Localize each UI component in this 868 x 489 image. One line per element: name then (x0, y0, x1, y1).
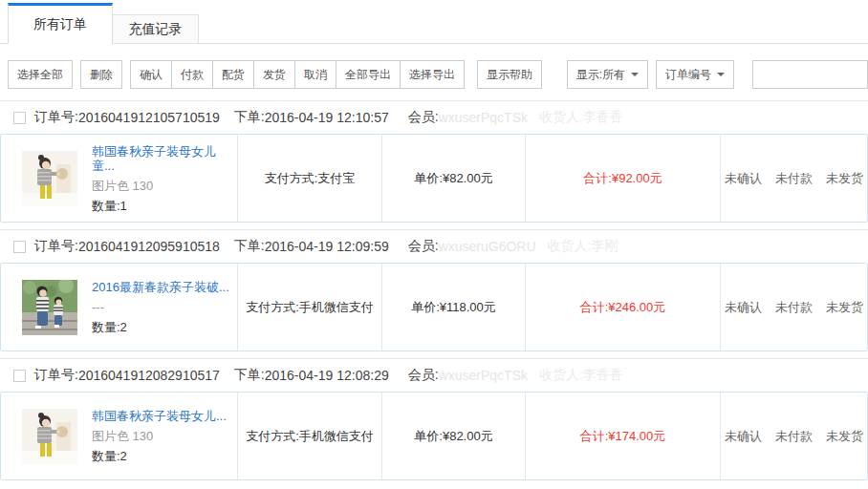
order-block: 订单号:2016041912105710519 下单:2016-04-19 12… (0, 100, 868, 229)
product-cell: 韩国春秋亲子装母女儿... 图片色 130 数量:2 (1, 393, 238, 479)
product-info: 韩国春秋亲子装母女儿... 图片色 130 数量:2 (92, 409, 227, 463)
order-card: 2016最新春款亲子装破... --- 数量:2 支付方式:手机微信支付 单价:… (0, 263, 868, 351)
order-list: 订单号:2016041912105710519 下单:2016-04-19 12… (0, 100, 868, 487)
display-filter-label: 显示:所有 (576, 67, 625, 83)
total-price-cell: 合计:¥246.00元 (526, 264, 721, 351)
product-title-link[interactable]: 韩国春秋亲子装母女儿童... (92, 144, 237, 173)
placed-label: 下单: (234, 109, 265, 126)
status-unconfirmed: 未确认 (725, 299, 762, 316)
chevron-down-icon (717, 73, 725, 80)
order-block: 订单号:2016041912082910517 下单:2016-04-19 12… (0, 358, 868, 487)
product-image (22, 280, 77, 335)
member-value: wxuseruG6ORU (439, 239, 536, 254)
placed-value: 2016-04-19 12:09:59 (265, 239, 389, 254)
product-info: 韩国春秋亲子装母女儿童... 图片色 130 数量:1 (92, 144, 237, 213)
order-no-label: 订单号: (34, 238, 78, 255)
export-selected-button[interactable]: 选择导出 (400, 60, 465, 89)
order-header: 订单号:2016041912105710519 下单:2016-04-19 12… (0, 101, 868, 134)
receiver-value: 收货人:李香香 (539, 109, 623, 126)
total-price-cell: 合计:¥174.00元 (526, 393, 721, 479)
member-label: 会员: (408, 109, 439, 126)
order-no-value: 2016041912095910518 (78, 239, 220, 254)
placed-value: 2016-04-19 12:10:57 (265, 110, 389, 125)
status-unpaid: 未付款 (775, 428, 813, 445)
payment-button[interactable]: 付款 (171, 60, 212, 89)
member-value: wxuserPqcTSk (439, 368, 528, 383)
total-price-cell: 合计:¥92.00元 (526, 135, 721, 222)
allocate-button[interactable]: 配货 (212, 60, 253, 89)
status-unshipped: 未发货 (826, 299, 863, 316)
member-label: 会员: (408, 238, 439, 255)
order-checkbox[interactable] (13, 112, 26, 124)
product-image (22, 409, 77, 464)
placed-label: 下单: (234, 238, 265, 255)
delete-button[interactable]: 删除 (80, 60, 122, 89)
product-quantity: 数量:1 (92, 199, 237, 213)
ship-button[interactable]: 发货 (253, 60, 294, 89)
order-no-value: 2016041912082910517 (78, 368, 220, 383)
product-title-link[interactable]: 2016最新春款亲子装破... (92, 280, 229, 294)
product-variant: 图片色 130 (92, 179, 237, 193)
unit-price-cell: 单价:¥82.00元 (382, 393, 526, 479)
payment-method-cell: 支付方式:支付宝 (238, 135, 382, 222)
tab-bar: 所有订单 充值记录 (0, 0, 868, 44)
payment-method-cell: 支付方式:手机微信支付 (238, 264, 382, 351)
product-image (22, 151, 77, 206)
placed-value: 2016-04-19 12:08:29 (265, 368, 389, 383)
status-cell: 未确认 未付款 未发货 (721, 393, 867, 479)
toolbar: 选择全部 删除 确认 付款 配货 发货 取消 全部导出 选择导出 显示帮助 显示… (0, 44, 868, 100)
status-unconfirmed: 未确认 (725, 170, 762, 187)
status-unshipped: 未发货 (826, 170, 863, 187)
product-variant: 图片色 130 (92, 429, 227, 443)
display-filter-dropdown[interactable]: 显示:所有 (567, 60, 648, 89)
status-unpaid: 未付款 (775, 299, 813, 316)
placed-label: 下单: (234, 367, 265, 384)
member-label: 会员: (408, 367, 439, 384)
order-header: 订单号:2016041912095910518 下单:2016-04-19 12… (0, 230, 868, 263)
cancel-button[interactable]: 取消 (294, 60, 336, 89)
product-cell: 2016最新春款亲子装破... --- 数量:2 (1, 264, 238, 351)
select-all-button[interactable]: 选择全部 (8, 60, 73, 89)
order-no-label: 订单号: (34, 367, 78, 384)
export-all-button[interactable]: 全部导出 (336, 60, 400, 89)
confirm-button[interactable]: 确认 (130, 60, 171, 89)
chevron-down-icon (631, 73, 639, 80)
order-action-group: 确认 付款 配货 发货 取消 全部导出 选择导出 (130, 60, 465, 89)
order-search-input[interactable] (752, 60, 868, 89)
order-checkbox[interactable] (13, 370, 26, 382)
order-header: 订单号:2016041912082910517 下单:2016-04-19 12… (0, 359, 868, 392)
status-cell: 未确认 未付款 未发货 (721, 135, 867, 222)
product-quantity: 数量:2 (92, 449, 227, 463)
order-block: 订单号:2016041912095910518 下单:2016-04-19 12… (0, 229, 868, 358)
status-unpaid: 未付款 (775, 170, 813, 187)
order-checkbox[interactable] (13, 241, 26, 253)
product-title-link[interactable]: 韩国春秋亲子装母女儿... (92, 409, 227, 423)
receiver-value: 收货人:李香香 (539, 367, 623, 384)
order-card: 韩国春秋亲子装母女儿童... 图片色 130 数量:1 支付方式:支付宝 单价:… (0, 134, 868, 223)
status-unshipped: 未发货 (826, 428, 863, 445)
order-no-value: 2016041912105710519 (78, 110, 220, 125)
tab-all-orders[interactable]: 所有订单 (8, 3, 113, 44)
status-cell: 未确认 未付款 未发货 (721, 264, 867, 351)
search-field-label: 订单编号 (665, 67, 711, 83)
unit-price-cell: 单价:¥82.00元 (382, 135, 526, 222)
status-unconfirmed: 未确认 (725, 428, 762, 445)
unit-price-cell: 单价:¥118.00元 (382, 264, 526, 351)
search-field-dropdown[interactable]: 订单编号 (656, 60, 734, 89)
product-info: 2016最新春款亲子装破... --- 数量:2 (92, 280, 229, 334)
product-quantity: 数量:2 (92, 320, 229, 334)
show-help-button[interactable]: 显示帮助 (477, 60, 542, 89)
payment-method-cell: 支付方式:手机微信支付 (238, 393, 382, 479)
order-no-label: 订单号: (34, 109, 78, 126)
receiver-value: 收货人:李刚 (548, 238, 618, 255)
product-cell: 韩国春秋亲子装母女儿童... 图片色 130 数量:1 (1, 135, 238, 222)
order-card: 韩国春秋亲子装母女儿... 图片色 130 数量:2 支付方式:手机微信支付 单… (0, 392, 868, 480)
tab-recharge-records[interactable]: 充值记录 (113, 14, 199, 44)
member-value: wxuserPqcTSk (439, 110, 528, 125)
product-variant: --- (92, 300, 229, 314)
